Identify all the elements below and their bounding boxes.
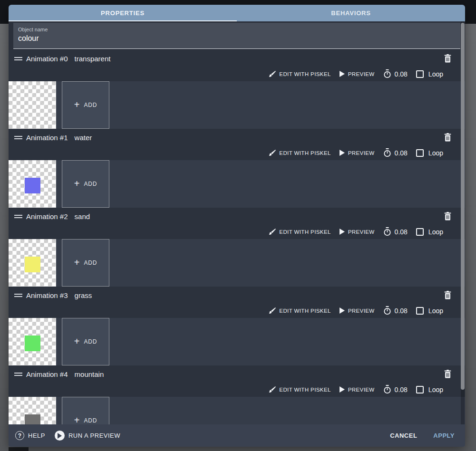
- stopwatch-icon: [383, 148, 391, 157]
- animation-controls-row: EDIT WITH PISKEL PREVIEW: [269, 306, 443, 315]
- time-between-frames-control[interactable]: 0.08: [383, 227, 408, 236]
- tab-properties[interactable]: PROPERTIES: [9, 5, 237, 21]
- app-background-artifact: [9, 447, 29, 451]
- preview-button[interactable]: PREVIEW: [340, 150, 375, 156]
- animation-name-field[interactable]: sand: [75, 212, 90, 221]
- add-frame-button[interactable]: + ADD: [62, 239, 109, 287]
- add-frame-button[interactable]: + ADD: [62, 397, 109, 424]
- play-circle-icon: [55, 431, 65, 441]
- animation-index-label: Animation #0: [26, 55, 68, 63]
- animation-section: Animation #4 mountain: [9, 365, 465, 424]
- loop-checkbox[interactable]: [416, 149, 424, 157]
- run-preview-button[interactable]: RUN A PREVIEW: [45, 431, 120, 441]
- brush-icon: [269, 149, 276, 156]
- animations-scroll-area: Object name Animation #0 transparent: [9, 21, 465, 424]
- frame-color-swatch: [25, 178, 40, 193]
- edit-with-piskel-button[interactable]: EDIT WITH PISKEL: [269, 386, 330, 393]
- object-name-field[interactable]: Object name: [13, 23, 460, 49]
- frame-thumbnail[interactable]: [9, 318, 56, 365]
- loop-control[interactable]: Loop: [416, 228, 443, 236]
- add-frame-button[interactable]: + ADD: [62, 160, 109, 208]
- edit-with-piskel-label: EDIT WITH PISKEL: [279, 308, 330, 314]
- stopwatch-icon: [383, 306, 391, 315]
- frame-color-swatch: [25, 414, 40, 424]
- animation-index-label: Animation #1: [26, 134, 68, 142]
- animation-name-field[interactable]: water: [75, 134, 92, 142]
- loop-control[interactable]: Loop: [416, 70, 443, 78]
- time-between-frames-control[interactable]: 0.08: [383, 148, 408, 157]
- edit-with-piskel-button[interactable]: EDIT WITH PISKEL: [269, 149, 330, 156]
- loop-checkbox[interactable]: [416, 70, 424, 78]
- delete-animation-button[interactable]: [442, 289, 453, 301]
- loop-control[interactable]: Loop: [416, 149, 443, 157]
- preview-label: PREVIEW: [348, 308, 375, 314]
- add-frame-button[interactable]: + ADD: [62, 81, 109, 129]
- edit-with-piskel-label: EDIT WITH PISKEL: [279, 229, 330, 235]
- object-name-input[interactable]: [18, 34, 456, 46]
- dialog-content: Object name Animation #0 transparent: [9, 21, 465, 424]
- loop-control[interactable]: Loop: [416, 307, 443, 315]
- preview-button[interactable]: PREVIEW: [340, 307, 375, 314]
- play-icon: [340, 71, 345, 77]
- animation-name-field[interactable]: transparent: [75, 55, 111, 63]
- delete-animation-button[interactable]: [442, 211, 453, 222]
- frame-delay-value: 0.08: [395, 70, 408, 78]
- frame-thumbnail[interactable]: [9, 160, 56, 208]
- delete-animation-button[interactable]: [442, 132, 453, 143]
- scrollbar-track[interactable]: [461, 21, 465, 424]
- animation-header: Animation #0 transparent: [9, 50, 465, 81]
- edit-with-piskel-button[interactable]: EDIT WITH PISKEL: [269, 307, 330, 314]
- preview-button[interactable]: PREVIEW: [340, 71, 375, 77]
- loop-checkbox[interactable]: [416, 386, 424, 393]
- frame-thumbnail[interactable]: [9, 81, 56, 129]
- loop-control[interactable]: Loop: [416, 386, 443, 393]
- stopwatch-icon: [383, 227, 391, 236]
- animation-title-row: Animation #4 mountain: [9, 365, 465, 378]
- drag-handle-icon[interactable]: [14, 134, 22, 141]
- apply-button[interactable]: APPLY: [433, 432, 455, 439]
- animation-controls-row: EDIT WITH PISKEL PREVIEW: [269, 385, 443, 394]
- play-icon: [340, 229, 345, 235]
- edit-with-piskel-button[interactable]: EDIT WITH PISKEL: [269, 70, 330, 77]
- cancel-button[interactable]: CANCEL: [390, 432, 417, 439]
- time-between-frames-control[interactable]: 0.08: [383, 69, 408, 78]
- edit-with-piskel-label: EDIT WITH PISKEL: [279, 387, 330, 393]
- animation-header: Animation #1 water: [9, 129, 465, 160]
- stopwatch-icon: [383, 69, 391, 78]
- add-frame-label: ADD: [84, 181, 97, 187]
- animation-controls-row: EDIT WITH PISKEL PREVIEW: [269, 227, 443, 236]
- frame-thumbnail[interactable]: [9, 397, 56, 424]
- delete-animation-button[interactable]: [442, 53, 453, 64]
- animation-frames-row: + ADD: [9, 397, 465, 424]
- frame-delay-value: 0.08: [395, 149, 408, 157]
- tab-behaviors[interactable]: BEHAVIORS: [237, 5, 465, 21]
- edit-with-piskel-button[interactable]: EDIT WITH PISKEL: [269, 228, 330, 235]
- help-button[interactable]: ? HELP: [15, 431, 45, 440]
- edit-with-piskel-label: EDIT WITH PISKEL: [279, 150, 330, 156]
- animation-frames-row: + ADD: [9, 160, 465, 208]
- preview-button[interactable]: PREVIEW: [340, 229, 375, 235]
- drag-handle-icon[interactable]: [14, 371, 22, 377]
- animation-frames-row: + ADD: [9, 239, 465, 287]
- preview-button[interactable]: PREVIEW: [340, 386, 375, 393]
- animation-index-label: Animation #2: [26, 212, 68, 221]
- animation-name-field[interactable]: grass: [75, 291, 92, 299]
- animation-name-field[interactable]: mountain: [75, 370, 104, 378]
- loop-checkbox[interactable]: [416, 228, 424, 236]
- drag-handle-icon[interactable]: [14, 213, 22, 220]
- loop-label: Loop: [428, 149, 443, 157]
- help-icon: ?: [15, 431, 24, 440]
- scrollbar-thumb[interactable]: [461, 23, 465, 390]
- delete-animation-button[interactable]: [442, 368, 453, 380]
- time-between-frames-control[interactable]: 0.08: [383, 385, 408, 394]
- dialog-footer: ? HELP RUN A PREVIEW CANCEL APPLY: [9, 424, 465, 447]
- object-properties-dialog: PROPERTIES BEHAVIORS Object name Animati…: [9, 5, 465, 447]
- add-frame-button[interactable]: + ADD: [62, 318, 109, 365]
- preview-label: PREVIEW: [348, 71, 375, 77]
- drag-handle-icon[interactable]: [14, 292, 22, 298]
- drag-handle-icon[interactable]: [14, 56, 22, 62]
- time-between-frames-control[interactable]: 0.08: [383, 306, 408, 315]
- preview-label: PREVIEW: [348, 150, 375, 156]
- loop-checkbox[interactable]: [416, 307, 424, 315]
- frame-thumbnail[interactable]: [9, 239, 56, 287]
